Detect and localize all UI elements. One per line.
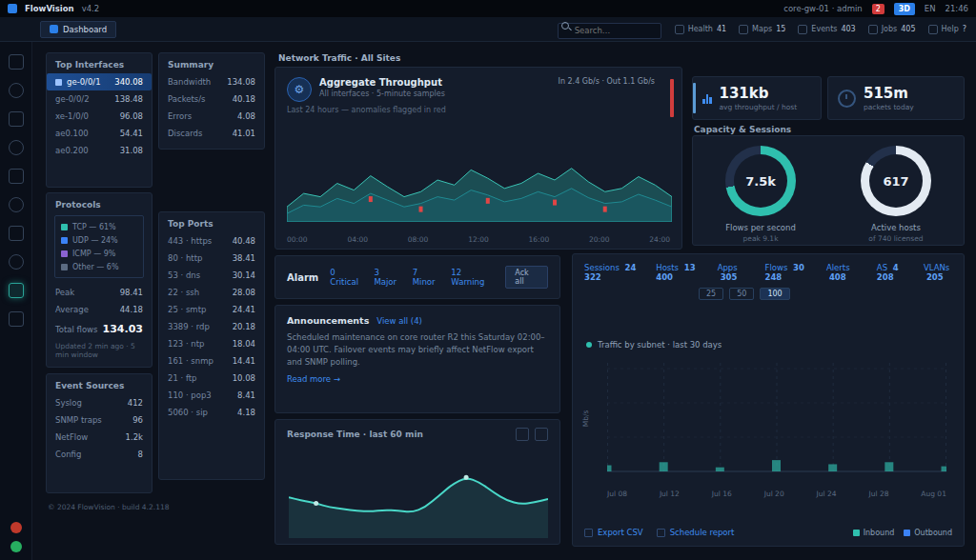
legend-item[interactable]: TCP — 61% [61, 220, 137, 233]
menu-nav-item[interactable]: Jobs 405 [868, 25, 916, 34]
gear-icon[interactable]: ⚙ [287, 77, 312, 102]
port-row[interactable]: 161 · snmp 14.41 [159, 352, 264, 370]
summary-row[interactable]: Bandwidth 134.08 [159, 73, 264, 90]
port-row[interactable]: 123 · ntp 18.04 [159, 335, 264, 352]
alarm-severity-link[interactable]: 7 Minor [413, 268, 441, 287]
security-icon[interactable] [9, 283, 24, 298]
view-3d-button[interactable]: 3D [894, 3, 915, 15]
record-status-icon[interactable] [10, 522, 22, 533]
row-value: 30.14 [233, 270, 255, 280]
row-value: 24.41 [233, 305, 255, 314]
port-row[interactable]: 21 · ftp 10.08 [159, 370, 264, 387]
database-icon[interactable] [9, 254, 24, 270]
interface-row[interactable]: ae0.200 31.08 [47, 142, 152, 159]
x-axis-tick: 04:00 [347, 235, 368, 244]
row-label: SNMP traps [55, 415, 102, 425]
tab-dashboard[interactable]: Dashboard [40, 21, 116, 38]
expand-icon[interactable] [535, 428, 548, 441]
menu-item-count: ? [963, 25, 966, 33]
alert-indicator [670, 79, 674, 117]
menu-nav-item[interactable]: Help ? [928, 25, 967, 34]
card-packets-today[interactable]: 515m packets today [827, 76, 965, 120]
summary-row[interactable]: Packets/s 40.18 [159, 90, 264, 108]
x-axis-tick: 12:00 [468, 235, 489, 244]
port-row[interactable]: 80 · http 38.41 [159, 250, 264, 267]
menu-nav-item[interactable]: Health 41 [675, 25, 726, 34]
search-input[interactable] [558, 23, 661, 39]
port-row[interactable]: 3389 · rdp 20.18 [159, 318, 264, 335]
card-throughput-avg[interactable]: 131kb avg throughput / host [692, 76, 822, 120]
port-row[interactable]: 22 · ssh 28.08 [159, 284, 264, 301]
stat-link[interactable]: VLANs 205 [924, 263, 964, 282]
legend-item[interactable]: Inbound [853, 529, 895, 537]
interface-row[interactable]: ae0.100 54.41 [47, 125, 152, 142]
port-row[interactable]: 25 · smtp 24.41 [159, 301, 264, 318]
legend-item[interactable]: Outbound [904, 529, 952, 537]
gauge-hosts[interactable]: 617 Active hosts of 740 licensed [861, 146, 931, 243]
throughput-note: Last 24 hours — anomalies flagged in red [275, 104, 681, 114]
interface-row[interactable]: ge-0/0/2 138.48 [47, 90, 152, 108]
donut-sublabel: of 740 licensed [868, 234, 923, 243]
stat-link[interactable]: Apps 305 [718, 263, 753, 282]
interface-row[interactable]: ge-0/0/1 340.08 [47, 73, 152, 90]
legend-item[interactable]: UDP — 24% [61, 233, 137, 247]
export-csv-link[interactable]: Export CSV [584, 528, 643, 537]
row-value: 40.48 [233, 236, 255, 246]
settings-icon[interactable] [9, 311, 24, 327]
logs-icon[interactable] [9, 226, 24, 241]
event-source-row[interactable]: SNMP traps 96 [47, 411, 152, 429]
panel-top-ports: Top Ports 443 · https 40.48 80 · http 38… [158, 211, 265, 480]
legend-item[interactable]: Other — 6% [61, 260, 137, 273]
event-source-row[interactable]: Config 8 [47, 446, 152, 463]
chart-legend: Inbound Outbound [853, 529, 952, 537]
alarm-severity-link[interactable]: 0 Critical [330, 268, 363, 287]
legend-item[interactable]: ICMP — 9% [61, 247, 137, 260]
read-more-link[interactable]: Read more → [287, 374, 340, 384]
alarm-severity-link[interactable]: 12 Warning [451, 268, 494, 287]
menu-item-count: 403 [841, 25, 855, 33]
row-label: xe-1/0/0 [55, 111, 89, 121]
legend-label: Inbound [864, 529, 895, 537]
language-selector[interactable]: EN [925, 4, 936, 13]
stat-link[interactable]: Sessions 24 322 [584, 263, 643, 282]
port-row[interactable]: 443 · https 40.48 [159, 232, 264, 250]
stat-link[interactable]: AS 4 208 [877, 263, 911, 282]
event-source-row[interactable]: Syslog 412 [47, 394, 152, 411]
alerts-icon[interactable] [9, 169, 24, 184]
menu-nav-item[interactable]: Maps 15 [739, 25, 785, 34]
summary-row[interactable]: Errors 4.08 [159, 108, 264, 125]
event-source-row[interactable]: NetFlow 1.2k [47, 429, 152, 446]
alarm-severity-link[interactable]: 3 Major [374, 268, 401, 287]
alert-count-badge[interactable]: 2 [872, 4, 884, 14]
ack-all-button[interactable]: Ack all [505, 266, 548, 289]
traffic-icon[interactable] [9, 140, 24, 155]
port-row[interactable]: 53 · dns 30.14 [159, 267, 264, 284]
gauge-flows[interactable]: 7.5k Flows per second peak 9.1k [725, 146, 796, 243]
protocol-stat-row[interactable]: Average 44.18 [47, 301, 152, 318]
menu-nav-item[interactable]: Events 403 [798, 25, 855, 34]
view-all-link[interactable]: View all (4) [376, 316, 422, 326]
summary-row[interactable]: Discards 41.01 [159, 125, 264, 142]
health-status-icon[interactable] [10, 541, 22, 552]
row-label: ae0.200 [55, 146, 89, 155]
stat-link[interactable]: Flows 30 248 [765, 263, 814, 282]
download-icon[interactable] [516, 428, 529, 441]
page-size-option[interactable]: 25 [699, 288, 723, 300]
page-size-option[interactable]: 100 [760, 288, 789, 300]
schedule-report-link[interactable]: Schedule report [657, 528, 735, 537]
row-label: 123 · ntp [168, 339, 204, 349]
row-value: 54.41 [120, 129, 143, 138]
stat-link[interactable]: Alerts 408 [826, 263, 864, 282]
stat-link[interactable]: Hosts 13 400 [656, 263, 704, 282]
port-row[interactable]: 110 · pop3 8.41 [159, 387, 264, 404]
reports-icon[interactable] [9, 197, 24, 212]
dashboard-icon[interactable] [9, 54, 24, 70]
page-size-option[interactable]: 50 [729, 288, 754, 300]
interface-row[interactable]: xe-1/0/0 96.08 [47, 108, 152, 125]
devices-icon[interactable] [9, 111, 24, 127]
topology-icon[interactable] [9, 83, 24, 98]
flows-donut-chart: 7.5k [725, 146, 796, 216]
protocol-stat-row[interactable]: Peak 98.41 [47, 284, 152, 301]
port-row[interactable]: 5060 · sip 4.18 [159, 404, 264, 421]
row-label: Syslog [55, 398, 82, 408]
